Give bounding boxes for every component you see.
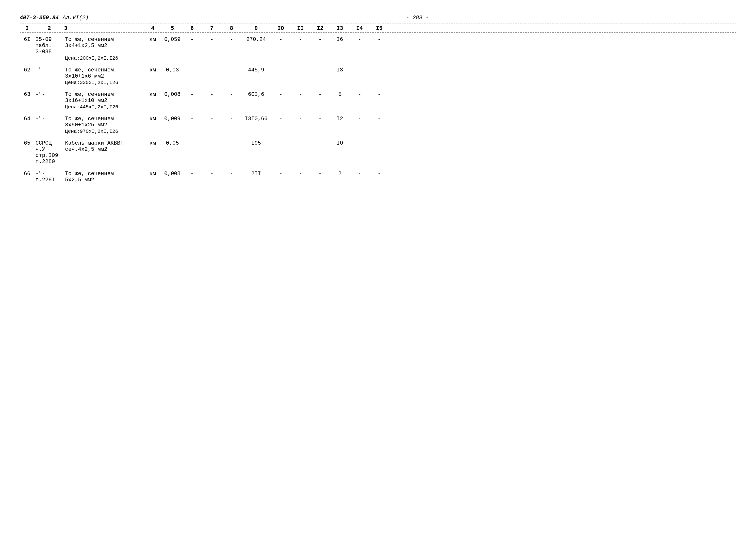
- cell-66-14: -: [350, 171, 369, 177]
- cell-65-14: -: [350, 140, 369, 146]
- cell-65-8: -: [222, 140, 241, 146]
- cell-61-7: -: [202, 36, 222, 43]
- cell-65-13: IO: [330, 140, 350, 146]
- cell-65-7: -: [202, 140, 222, 146]
- cell-62-9: 445,9: [241, 67, 271, 73]
- cell-63-15: -: [369, 91, 389, 97]
- col-header-14: I4: [350, 25, 369, 31]
- cell-64-2: -"-: [34, 116, 64, 122]
- cell-64-7: -: [202, 116, 222, 122]
- cell-66-7: -: [202, 171, 222, 177]
- cell-63-2: -"-: [34, 91, 64, 97]
- col-header-8: 8: [222, 25, 241, 31]
- cell-65-11: -: [290, 140, 310, 146]
- cell-62-12: -: [310, 67, 330, 73]
- cell-64-5: 0,009: [163, 116, 182, 122]
- table-row: 62 -"- То же, сечением3х10+1х6 мм2 км 0,…: [20, 67, 736, 85]
- cell-63-7: -: [202, 91, 222, 97]
- cell-61-10: -: [271, 36, 290, 43]
- cell-66-12: -: [310, 171, 330, 177]
- cell-62-2: -"-: [34, 67, 64, 73]
- cell-61-11: -: [290, 36, 310, 43]
- cell-63-6: -: [182, 91, 202, 97]
- cell-64-15: -: [369, 116, 389, 122]
- cell-66-4: км: [143, 171, 163, 177]
- cell-64-9: I3I0,66: [241, 116, 271, 122]
- cell-63-12: -: [310, 91, 330, 97]
- page-number: - 289 -: [406, 15, 429, 21]
- cell-65-12: -: [310, 140, 330, 146]
- col-header-3: 3: [64, 25, 143, 31]
- sheet-info: Ал.VI(2): [63, 15, 89, 21]
- table-row: 6I I5-09 табл. 3-038 То же, сечением3х4+…: [20, 36, 736, 61]
- cell-65-9: I95: [241, 140, 271, 146]
- cell-61-12: -: [310, 36, 330, 43]
- cell-65-5: 0,05: [163, 140, 182, 146]
- cell-62-4: км: [143, 67, 163, 73]
- col-header-11: II: [290, 25, 310, 31]
- table-row: 64 -"- То же, сечением3х50+1х25 мм2 км 0…: [20, 116, 736, 134]
- table-row: 66 -"- п.228I То же, сечением5х2,5 мм2 к…: [20, 171, 736, 183]
- cell-64-3: То же, сечением3х50+1х25 мм2: [64, 116, 143, 128]
- cell-62-14: -: [350, 67, 369, 73]
- cell-66-6: -: [182, 171, 202, 177]
- cell-63-1: 63: [20, 91, 34, 97]
- cell-64-4: км: [143, 116, 163, 122]
- cell-61-2: I5-09 табл. 3-038: [34, 36, 64, 55]
- col-header-1: I: [20, 25, 34, 31]
- cell-61-3: То же, сечением3х4+1х2,5 мм2: [64, 36, 143, 49]
- cell-65-3: Кабель марки АКВВГсеч.4х2,5 мм2: [64, 140, 143, 152]
- cell-65-6: -: [182, 140, 202, 146]
- cell-63-14: -: [350, 91, 369, 97]
- cell-63-10: -: [271, 91, 290, 97]
- col-header-7: 7: [202, 25, 222, 31]
- cell-66-3: То же, сечением5х2,5 мм2: [64, 171, 143, 183]
- cell-62-10: -: [271, 67, 290, 73]
- cell-63-9: 60I,6: [241, 91, 271, 97]
- cell-66-13: 2: [330, 171, 350, 177]
- cell-62-3: То же, сечением3х10+1х6 мм2: [64, 67, 143, 79]
- cell-65-2: ССРСЦ ч.У стр.I09 п.2280: [34, 140, 64, 165]
- cell-66-15: -: [369, 171, 389, 177]
- cell-61-4: км: [143, 36, 163, 43]
- col-header-13: I3: [330, 25, 350, 31]
- cell-64-14: -: [350, 116, 369, 122]
- cell-66-5: 0,008: [163, 171, 182, 177]
- cell-65-15: -: [369, 140, 389, 146]
- cell-64-1: 64: [20, 116, 34, 122]
- cell-65-10: -: [271, 140, 290, 146]
- cell-62-8: -: [222, 67, 241, 73]
- cell-63-3: То же, сечением3х16+1х10 мм2: [64, 91, 143, 104]
- cell-64-12: -: [310, 116, 330, 122]
- cell-63-8: -: [222, 91, 241, 97]
- cell-66-9: 2II: [241, 171, 271, 177]
- col-header-9: 9: [241, 25, 271, 31]
- cell-66-1: 66: [20, 171, 34, 177]
- cell-61-9: 270,24: [241, 36, 271, 43]
- cell-61-6: -: [182, 36, 202, 43]
- cell-62-13: I3: [330, 67, 350, 73]
- cell-66-10: -: [271, 171, 290, 177]
- cell-64-10: -: [271, 116, 290, 122]
- cell-63-5: 0,008: [163, 91, 182, 97]
- col-header-5: 5: [163, 25, 182, 31]
- cell-61-14: -: [350, 36, 369, 43]
- cell-61-13: I6: [330, 36, 350, 43]
- cell-64-6: -: [182, 116, 202, 122]
- table-row: 65 ССРСЦ ч.У стр.I09 п.2280 Кабель марки…: [20, 140, 736, 165]
- cell-62-5: 0,03: [163, 67, 182, 73]
- col-header-10: IO: [271, 25, 290, 31]
- cell-66-8: -: [222, 171, 241, 177]
- cell-65-1: 65: [20, 140, 34, 146]
- cell-62-6: -: [182, 67, 202, 73]
- price-row-61: Цена:200хI,2хI,I26: [20, 56, 736, 61]
- cell-63-4: км: [143, 91, 163, 97]
- cell-64-13: I2: [330, 116, 350, 122]
- price-row-62: Цена:330хI,2хI,I26: [20, 80, 736, 85]
- top-divider: [20, 23, 736, 23]
- cell-61-5: 0,059: [163, 36, 182, 43]
- cell-66-11: -: [290, 171, 310, 177]
- page-header: 407-3-359.84 Ал.VI(2) - 289 -: [20, 15, 736, 21]
- cell-63-11: -: [290, 91, 310, 97]
- cell-66-2: -"- п.228I: [34, 171, 64, 183]
